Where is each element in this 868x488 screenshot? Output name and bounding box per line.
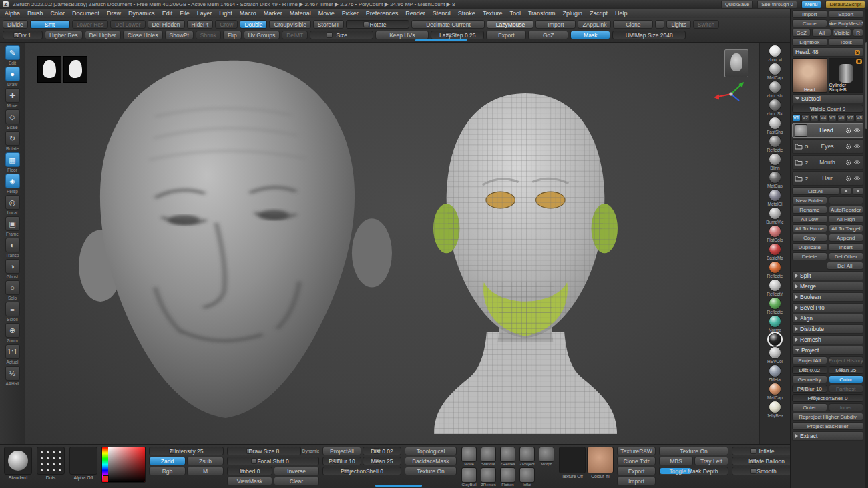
left-shelf-item-draw[interactable]: ● Draw [2, 67, 23, 87]
left-shelf-item-frame[interactable]: ▣ Frame [2, 216, 23, 236]
material-item[interactable]: FlatColo [761, 225, 790, 242]
project-history-button[interactable]: Project History [829, 356, 864, 364]
tool-thumbnail-head[interactable]: Head [792, 58, 827, 93]
subtool-row-head[interactable]: Head [792, 123, 863, 138]
bs-dist-slider[interactable]: Dist 0.02 [363, 447, 401, 455]
clone-button[interactable]: Clone [613, 20, 653, 29]
project-basrelief-button[interactable]: Project BasRelief [792, 422, 863, 430]
material-item[interactable]: HSVCol [761, 346, 790, 364]
reproject-higher-subdiv-button[interactable]: Reproject Higher Subdiv [792, 413, 863, 421]
inverse-button[interactable]: Inverse [274, 467, 319, 475]
current-tool-row[interactable]: Head. 48 S [792, 47, 863, 57]
mbs-button[interactable]: MBS [659, 457, 693, 465]
quicksave-button[interactable]: QuickSave [721, 1, 753, 9]
left-shelf-item-solo[interactable]: ○ Solo [2, 280, 23, 300]
left-shelf-item-rotate[interactable]: ↻ Rotate [2, 131, 23, 151]
tab-v5[interactable]: V5 [828, 114, 837, 121]
saturation-value-field[interactable] [108, 447, 145, 482]
eye-icon[interactable] [853, 144, 861, 149]
focal-shift-slider[interactable]: Focal Shift 0 [227, 457, 319, 465]
goz-all-button[interactable]: All [812, 29, 831, 37]
brush-slot[interactable]: ZProject [518, 447, 536, 466]
menu-tool[interactable]: Tool [509, 10, 521, 17]
brush-slot[interactable]: Morph [537, 447, 556, 466]
left-shelf-item-scroll[interactable]: ≡ Scroll [2, 302, 23, 322]
menu-dynamics[interactable]: Dynamics [128, 10, 155, 17]
shrink-button[interactable]: Shrink [196, 31, 221, 39]
tray-left-button[interactable]: Tray Left [694, 457, 728, 465]
textureraw-button[interactable]: TextureRAW [617, 447, 656, 455]
zadd-toggle[interactable]: Zadd [149, 457, 186, 465]
pa-blur-slider[interactable]: PA Blur 10 [792, 385, 827, 393]
brush-slot[interactable]: Standar [479, 447, 497, 466]
bevel-pro-section-header[interactable]: Bevel Pro [792, 303, 863, 312]
clone-txtr-button[interactable]: Clone Txtr [617, 457, 656, 465]
brush-slot[interactable]: ZRemes [499, 447, 517, 466]
copy-subtool-button[interactable]: Copy [792, 234, 827, 242]
all-to-home-button[interactable]: All To Home [792, 224, 827, 232]
brush-slot[interactable]: Move [460, 447, 478, 466]
eye-icon[interactable] [853, 128, 861, 133]
remesh-section-header[interactable]: Remesh [792, 335, 863, 344]
brush-slot[interactable]: Flatten [499, 467, 517, 487]
all-high-button[interactable]: All High [829, 215, 864, 223]
menu-zplugin[interactable]: Zplugin [563, 10, 583, 17]
new-folder-button[interactable]: New Folder [792, 196, 827, 204]
lightbox-button[interactable]: Lightbox [792, 38, 827, 46]
menu-file[interactable]: File [180, 10, 190, 17]
material-item[interactable]: MatCap [761, 171, 790, 188]
boolean-section-header[interactable]: Boolean [792, 292, 863, 302]
reference-head-silhouette-2[interactable] [63, 56, 87, 83]
material-item[interactable]: zbro_Ski [761, 99, 790, 116]
zapplink-2-button[interactable] [655, 20, 664, 29]
axis-gizmo[interactable] [712, 81, 748, 109]
subtool-row-mouth[interactable]: 2 Mouth [792, 155, 863, 170]
menu-help[interactable]: Help [615, 10, 628, 17]
smt-toggle[interactable]: Smt [30, 20, 70, 29]
material-item[interactable]: ReflectY [761, 279, 790, 296]
align-section-header[interactable]: Align [792, 314, 863, 323]
all-to-target-button[interactable]: All To Target [829, 224, 864, 232]
goz-button[interactable]: GoZ [528, 31, 568, 39]
eye-icon[interactable] [853, 176, 861, 181]
subtool-row-eyes[interactable]: 5 Eyes [792, 139, 863, 154]
draw-size-slider[interactable]: Draw Size 8 [227, 447, 301, 455]
menu-render[interactable]: Render [405, 10, 425, 17]
subtool-row-hair[interactable]: 2 Hair [792, 171, 863, 186]
outer-toggle[interactable]: Outer [792, 403, 827, 411]
menu-light[interactable]: Light [219, 10, 232, 17]
topological-toggle[interactable]: Topological [405, 447, 457, 455]
showpt-button[interactable]: ShowPt [165, 31, 194, 39]
material-item[interactable]: BumpVie [761, 207, 790, 224]
rename-button[interactable]: Rename [792, 206, 827, 214]
dist-slider[interactable]: Dist 0.02 [792, 366, 827, 374]
z-intensity-slider[interactable]: Z Intensity 25 [149, 447, 224, 455]
tool-import-button[interactable]: Import [792, 10, 827, 18]
menu-macro[interactable]: Macro [240, 10, 256, 17]
material-item[interactable]: Norma [761, 315, 790, 332]
visible-count-slider[interactable]: Visible Count 9 [792, 105, 863, 113]
tool-clone-button[interactable]: Clone [792, 19, 827, 27]
left-shelf-item-persp[interactable]: ◈ Persp [2, 174, 23, 194]
smooth-slider[interactable]: Smooth [732, 467, 790, 475]
del-other-button[interactable]: Del Other [829, 252, 864, 260]
menu-marker[interactable]: Marker [264, 10, 282, 17]
split-section-header[interactable]: Split [792, 271, 863, 280]
gear-icon[interactable] [845, 176, 851, 182]
flip-button[interactable]: Flip [223, 31, 242, 39]
lights-button[interactable]: Lights [666, 20, 691, 29]
left-shelf-item-zoom[interactable]: ⊕ Zoom [2, 323, 23, 343]
zapplink-button[interactable]: ZAppLink [578, 20, 611, 29]
material-item[interactable]: Reflecte [761, 135, 790, 152]
menu-picker[interactable]: Picker [342, 10, 359, 17]
subtool-down-button[interactable] [853, 187, 863, 195]
higher-res-button[interactable]: Higher Res [45, 31, 83, 39]
scrollbar-thumb[interactable] [865, 42, 867, 129]
toggle-mask-depth-slider[interactable]: Toggle Mask Depth [659, 467, 728, 475]
export-button[interactable]: Export [486, 31, 526, 39]
del-higher-button[interactable]: Del Higher [85, 31, 121, 39]
current-brush[interactable]: Standard [3, 447, 33, 480]
material-item[interactable]: Blinn [761, 153, 790, 170]
double-toggle[interactable]: Double [240, 20, 267, 29]
document-canvas[interactable] [25, 43, 759, 444]
